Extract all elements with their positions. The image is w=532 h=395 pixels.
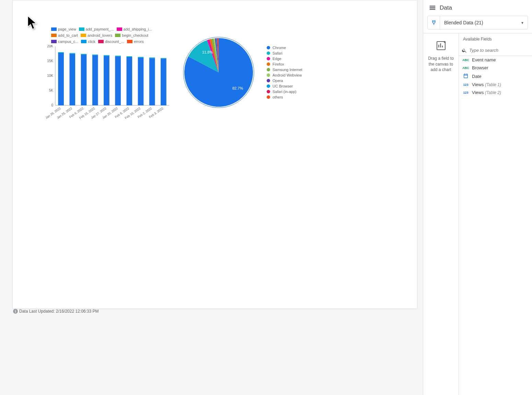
svg-rect-17 <box>115 56 121 105</box>
date-type-icon <box>462 73 469 79</box>
text-type-icon: ABC <box>462 66 469 70</box>
svg-text:0: 0 <box>51 103 53 107</box>
field-label: Browser <box>472 65 488 70</box>
text-type-icon: ABC <box>462 58 469 62</box>
data-last-updated: Data Last Updated: 2/16/2022 12:06:33 PM <box>19 309 99 314</box>
svg-text:15K: 15K <box>47 59 53 63</box>
add-chart-icon <box>436 40 447 51</box>
bar-chart[interactable]: page_viewadd_payment_...add_shipping_i..… <box>40 27 171 124</box>
pie-chart[interactable]: 82.7%11.8% ChromeSafariEdgeFirefoxSamsun… <box>181 35 302 110</box>
bar-chart-legend: page_viewadd_payment_...add_shipping_i..… <box>51 27 166 44</box>
field-row[interactable]: ABCEvent name <box>459 56 532 64</box>
svg-rect-22 <box>138 57 144 58</box>
field-row[interactable]: ABCBrowser <box>459 64 532 72</box>
datasource-name: Blended Data (21) <box>440 20 517 25</box>
svg-rect-24 <box>149 57 155 58</box>
field-label: Views (Table 2) <box>472 90 501 95</box>
available-fields-header: Available Fields <box>459 33 532 45</box>
svg-text:82.7%: 82.7% <box>232 86 243 90</box>
svg-rect-19 <box>127 57 132 105</box>
svg-rect-11 <box>81 55 87 105</box>
svg-text:20K: 20K <box>47 45 53 48</box>
svg-rect-25 <box>161 59 166 105</box>
svg-text:5K: 5K <box>49 89 54 92</box>
pie-chart-svg: 82.7%11.8% <box>181 35 256 110</box>
field-label: Date <box>472 74 481 79</box>
report-canvas[interactable]: page_viewadd_payment_...add_shipping_i..… <box>12 0 417 309</box>
field-row[interactable]: 123Views (Table 2) <box>459 89 532 96</box>
data-freshness-footer: i Data Last Updated: 2/16/2022 12:06:33 … <box>13 309 99 314</box>
field-search[interactable] <box>459 45 532 56</box>
svg-rect-13 <box>92 55 98 105</box>
svg-rect-9 <box>70 54 76 106</box>
data-panel: Data Blended Data (21) ▼ Drag a field to… <box>423 0 532 395</box>
svg-rect-23 <box>149 58 155 105</box>
svg-rect-8 <box>58 52 64 53</box>
data-panel-title: Data <box>440 4 452 11</box>
svg-rect-40 <box>437 42 445 50</box>
chevron-down-icon: ▼ <box>517 21 528 25</box>
svg-rect-26 <box>161 58 166 59</box>
svg-rect-10 <box>70 53 76 54</box>
svg-rect-15 <box>104 56 109 105</box>
number-type-icon: 123 <box>462 83 469 86</box>
data-icon <box>429 4 436 12</box>
number-type-icon: 123 <box>462 91 469 94</box>
datasource-selector[interactable]: Blended Data (21) ▼ <box>427 16 528 30</box>
available-fields: Available Fields ABCEvent nameABCBrowser… <box>459 33 532 395</box>
dropzone-hint: Drag a field to the canvas to add a char… <box>427 56 454 73</box>
field-label: Views (Table 1) <box>472 82 501 87</box>
svg-rect-18 <box>115 56 121 56</box>
pie-chart-legend: ChromeSafariEdgeFirefoxSamsung InternetA… <box>267 46 302 99</box>
svg-rect-20 <box>127 56 132 57</box>
svg-text:10K: 10K <box>47 74 53 78</box>
blend-icon <box>428 16 440 29</box>
svg-rect-12 <box>81 54 87 55</box>
svg-rect-7 <box>58 53 64 105</box>
field-row[interactable]: 123Views (Table 1) <box>459 81 532 89</box>
search-icon <box>462 48 467 53</box>
field-search-input[interactable] <box>467 46 529 54</box>
svg-rect-21 <box>138 58 144 105</box>
bar-chart-svg: 20K15K10K5K0Jan 26, 2022Jan 25, 2022Feb … <box>40 45 171 124</box>
svg-rect-14 <box>92 55 98 55</box>
field-label: Event name <box>472 57 496 62</box>
field-row[interactable]: Date <box>459 72 532 81</box>
info-icon: i <box>13 309 18 314</box>
svg-rect-16 <box>104 55 109 56</box>
svg-text:11.8%: 11.8% <box>202 50 213 54</box>
data-panel-header: Data <box>423 0 532 16</box>
add-chart-dropzone[interactable]: Drag a field to the canvas to add a char… <box>423 33 459 395</box>
